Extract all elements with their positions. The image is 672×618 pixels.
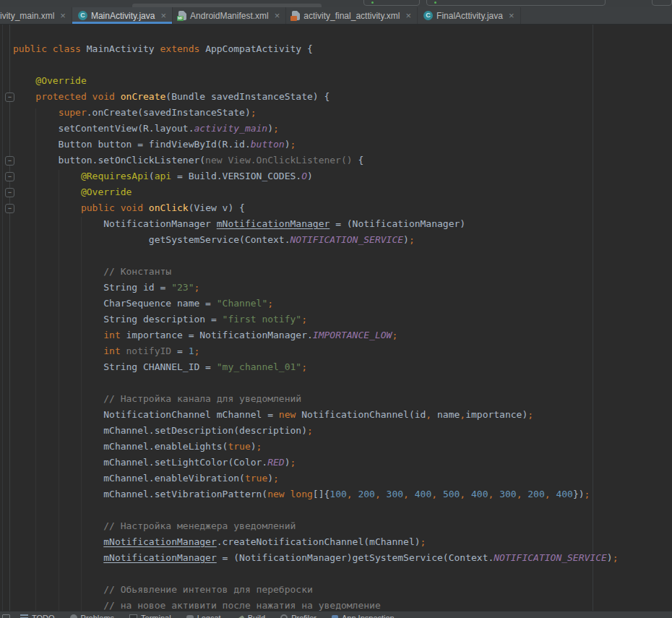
toolwindow-button-terminal[interactable]: Terminal bbox=[129, 614, 171, 618]
code-editor[interactable]: public class MainActivity extends AppCom… bbox=[0, 25, 672, 618]
code-line-6[interactable]: setContentView(R.layout.activity_main); bbox=[13, 121, 672, 137]
device-selector-widget[interactable] bbox=[363, 0, 420, 6]
code-line-22[interactable] bbox=[13, 375, 672, 391]
gutter-fold-line bbox=[9, 25, 10, 618]
toolwindow-button-app-inspection[interactable]: App Inspection bbox=[332, 614, 395, 618]
toolwindow-button-logcat[interactable]: Logcat bbox=[186, 614, 221, 618]
code-line-15[interactable]: // Константы bbox=[13, 264, 672, 280]
toolwindow-button-label: Logcat bbox=[197, 614, 221, 618]
toolwindow-button-problems[interactable]: Problems bbox=[70, 614, 114, 618]
status-dot-icon bbox=[371, 1, 374, 4]
toolwindow-button-label: Build bbox=[248, 614, 265, 618]
manifest-file-icon: MF bbox=[178, 11, 186, 20]
tool-window-bar: TODOProblemsTerminalLogcatBuildProfilerA… bbox=[0, 611, 672, 618]
tab-close-icon[interactable]: × bbox=[60, 11, 66, 20]
code-line-3[interactable]: @Override bbox=[13, 73, 672, 89]
tab-label: FinalActtivity.java bbox=[436, 11, 503, 21]
terminal-icon bbox=[129, 614, 137, 618]
code-line-4[interactable]: protected void onCreate(Bundle savedInst… bbox=[13, 89, 672, 105]
code-line-19[interactable]: int importance = NotificationManager.IMP… bbox=[13, 327, 672, 343]
code-line-32[interactable]: mNotificationManager.createNotificationC… bbox=[13, 534, 672, 550]
fold-marker-icon[interactable]: − bbox=[5, 156, 14, 166]
tab-label: AndroidManifest.xml bbox=[190, 11, 269, 21]
code-line-13[interactable]: getSystemService(Context.NOTIFICATION_SE… bbox=[13, 232, 672, 248]
code-line-2[interactable] bbox=[13, 57, 672, 73]
editor-tab-bar: ivity_main.xml×CMainActivity.java×MFAndr… bbox=[0, 7, 672, 25]
tab-mainactivity-java[interactable]: CMainActivity.java× bbox=[72, 7, 173, 24]
tab-label: activity_final_acttivity.xml bbox=[303, 11, 400, 21]
todo-icon bbox=[20, 614, 28, 618]
code-line-18[interactable]: String description = "first notify"; bbox=[13, 312, 672, 327]
code-line-31[interactable]: // Настройка менеджера уведомлений bbox=[13, 518, 672, 534]
code-line-7[interactable]: Button button = findViewById(R.id.button… bbox=[13, 137, 672, 153]
tab-activity-main-xml[interactable]: ivity_main.xml× bbox=[0, 7, 72, 24]
status-dot-icon bbox=[434, 1, 436, 4]
tab-close-icon[interactable]: × bbox=[406, 11, 412, 20]
fold-marker-icon[interactable]: − bbox=[5, 172, 14, 181]
code-line-25[interactable]: mChannel.setDescription(description); bbox=[13, 423, 672, 439]
toolwindow-button-label: Profiler bbox=[291, 614, 316, 618]
profiler-icon bbox=[280, 614, 288, 618]
code-line-30[interactable] bbox=[13, 502, 672, 518]
code-line-29[interactable]: mChannel.setVibrationPattern(new long[]{… bbox=[13, 486, 672, 502]
code-line-27[interactable]: mChannel.setLightColor(Color.RED); bbox=[13, 455, 672, 471]
toolwindow-button-label: Problems bbox=[81, 614, 114, 618]
toolwindow-button-todo[interactable]: TODO bbox=[20, 614, 55, 618]
toolbar-widget[interactable] bbox=[652, 0, 672, 6]
tab-close-icon[interactable]: × bbox=[160, 11, 166, 20]
fold-marker-icon[interactable]: − bbox=[5, 93, 14, 102]
toolwindow-button-label: TODO bbox=[32, 614, 55, 618]
code-line-26[interactable]: mChannel.enableLights(true); bbox=[13, 439, 672, 455]
problems-icon bbox=[70, 614, 77, 618]
code-line-5[interactable]: super.onCreate(savedInstanceState); bbox=[13, 105, 672, 121]
tab-finalacttivity-java[interactable]: CFinalActtivity.java× bbox=[418, 7, 520, 24]
code-line-1[interactable]: public class MainActivity extends AppCom… bbox=[13, 41, 672, 57]
layout-badge bbox=[290, 16, 297, 21]
gutter-edge-line bbox=[2, 25, 3, 618]
toolwindow-button-label: App Inspection bbox=[342, 614, 395, 618]
code-line-28[interactable]: mChannel.enableVibration(true); bbox=[13, 471, 672, 486]
code-line-9[interactable]: @RequiresApi(api = Build.VERSION_CODES.O… bbox=[13, 168, 672, 184]
code-line-16[interactable]: String id = "23"; bbox=[13, 280, 672, 296]
code-line-33[interactable]: mNotificationManager = (NotificationMana… bbox=[13, 550, 672, 566]
toolwindow-button-build[interactable]: Build bbox=[236, 614, 265, 618]
build-icon bbox=[236, 615, 244, 618]
tab-activity-final-acttivity-xml[interactable]: activity_final_acttivity.xml× bbox=[286, 7, 418, 24]
run-controls-widget[interactable] bbox=[426, 0, 606, 6]
code-line-34[interactable] bbox=[13, 566, 672, 582]
code-line-10[interactable]: @Override bbox=[13, 184, 672, 200]
code-line-11[interactable]: public void onClick(View v) { bbox=[13, 200, 672, 216]
code-line-24[interactable]: NotificationChannel mChannel = new Notif… bbox=[13, 407, 672, 423]
layout-xml-file-icon bbox=[292, 11, 300, 20]
code-line-8[interactable]: button.setOnClickListener(new View.OnCli… bbox=[13, 153, 672, 168]
tab-androidmanifest-xml[interactable]: MFAndroidManifest.xml× bbox=[173, 7, 286, 24]
fold-marker-icon[interactable]: − bbox=[5, 188, 14, 197]
logcat-icon bbox=[186, 615, 194, 618]
fold-marker-icon[interactable]: − bbox=[5, 204, 14, 213]
java-class-icon: C bbox=[423, 11, 433, 20]
code-line-17[interactable]: CharSequence name = "Channel"; bbox=[13, 296, 672, 312]
app-inspection-icon bbox=[332, 615, 338, 618]
manifest-badge: MF bbox=[177, 16, 184, 21]
tab-close-icon[interactable]: × bbox=[275, 11, 280, 20]
code-line-14[interactable] bbox=[13, 248, 672, 264]
tab-label: MainActivity.java bbox=[91, 11, 155, 21]
tab-close-icon[interactable]: × bbox=[509, 11, 514, 20]
tab-label: ivity_main.xml bbox=[0, 11, 54, 21]
toolwindow-corner-icon[interactable] bbox=[2, 614, 10, 618]
toolwindow-button-profiler[interactable]: Profiler bbox=[280, 614, 316, 618]
java-class-icon: C bbox=[78, 11, 87, 20]
code-line-21[interactable]: String CHANNEL_ID = "my_channel_01"; bbox=[13, 359, 672, 375]
code-line-23[interactable]: // Настройка канала для уведомлений bbox=[13, 391, 672, 407]
code-lines: public class MainActivity extends AppCom… bbox=[13, 41, 672, 614]
toolwindow-button-label: Terminal bbox=[141, 614, 171, 618]
code-line-20[interactable]: int notifyID = 1; bbox=[13, 343, 672, 359]
code-line-35[interactable]: // Обьявление интентов для переброски bbox=[13, 582, 672, 598]
code-line-12[interactable]: NotificationManager mNotificationManager… bbox=[13, 216, 672, 232]
